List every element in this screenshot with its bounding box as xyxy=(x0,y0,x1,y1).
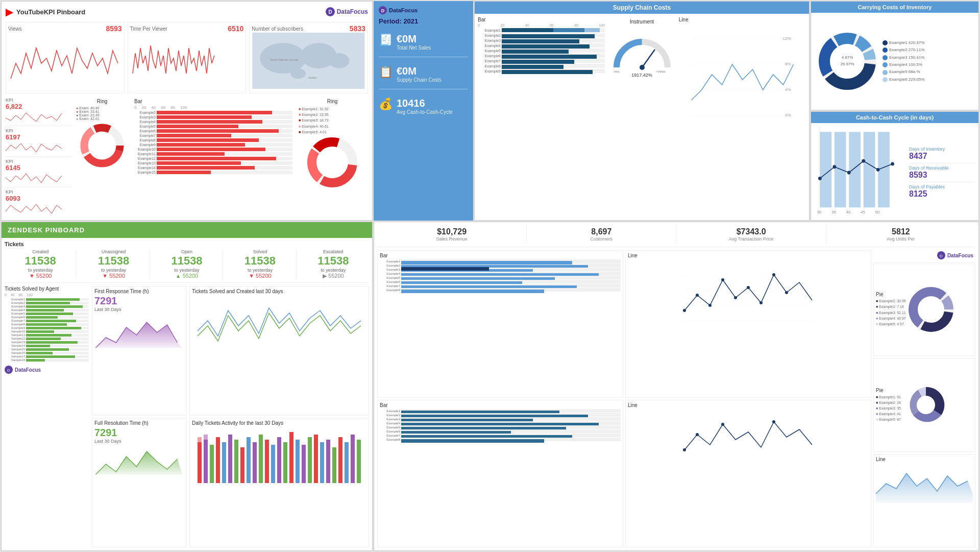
full-resolution-chart xyxy=(94,444,184,485)
ra-bar-1: Bar Example1 Example2 Example3 Example4 … xyxy=(377,250,623,398)
ra-pie-2: Pie ■ Example1: 91 ■ Example2: 24 ■ Exam… xyxy=(873,358,975,451)
svg-point-49 xyxy=(876,168,880,172)
kpi-item-2: KPI 6197 xyxy=(6,127,72,157)
svg-point-91 xyxy=(683,309,686,312)
svg-point-97 xyxy=(760,301,763,304)
customers-value: 8,697 xyxy=(529,227,674,236)
ra-charts-grid: Bar Example1 Example2 Example3 Example4 … xyxy=(377,250,975,547)
zendesk-board: ZENDESK PINBOARD Tickets Created 11538 t… xyxy=(1,222,373,551)
carrying-costs-legend: Example1 420.37% Example2 270.11% Exampl… xyxy=(883,39,924,83)
ticket-solved-sub2: ▼ 55200 xyxy=(226,273,293,279)
days-receivable-label: Days of Receivable xyxy=(909,165,975,171)
df-metric-2: 📋 €0M Supply Chain Costs xyxy=(379,65,468,89)
ticket-open-label: Open xyxy=(153,249,220,254)
svg-rect-41 xyxy=(835,132,846,207)
svg-point-6 xyxy=(291,68,306,79)
df-bottom-logo: D xyxy=(5,366,13,374)
full-resolution-section: Full Resolution Time (h) 7291 Last 30 Da… xyxy=(92,418,186,547)
days-inventory-label: Days of Inventory xyxy=(909,147,975,152)
svg-rect-66 xyxy=(234,440,238,483)
ticket-created-sub2: ▼ 55200 xyxy=(7,273,74,279)
ring-label: Ring xyxy=(97,99,108,104)
customers-label: Customers xyxy=(529,236,674,242)
datafocus-logo-icon: D xyxy=(326,7,335,16)
svg-rect-77 xyxy=(302,445,306,483)
svg-point-99 xyxy=(785,291,788,294)
sc-bar-section: Bar 020406080100 Example1 Example2 Examp… xyxy=(478,17,605,217)
kpi-item-3: KPI 6145 xyxy=(6,158,72,187)
svg-rect-76 xyxy=(296,440,300,483)
kpi-sparkline-2 xyxy=(6,141,62,155)
df-logo-label: DataFocus xyxy=(389,7,418,13)
svg-point-101 xyxy=(696,433,699,436)
svg-text:D: D xyxy=(381,8,385,13)
ticket-col-unassigned: Unassigned 11538 to yesterday ▼ 55200 xyxy=(78,249,150,279)
ticket-open-sub: to yesterday xyxy=(153,268,220,273)
full-resolution-sub: Last 30 Days xyxy=(94,439,184,444)
activity-section: Tickets Solved and Created last 30 days … xyxy=(189,286,369,547)
bar-items: // Will be rendered inline Example2 Exam… xyxy=(134,111,292,175)
ra-bar-1-items: Example1 Example2 Example3 Example4 Exam… xyxy=(380,259,621,292)
ring-chart-2: Ring ■ Example1: 31.52 ■ Example2: 23.95… xyxy=(297,97,368,214)
svg-text:100%: 100% xyxy=(656,70,666,73)
svg-rect-40 xyxy=(820,132,831,207)
gauge-chart: 0% 100% xyxy=(611,27,673,73)
svg-point-98 xyxy=(772,273,775,276)
svg-text:0%: 0% xyxy=(614,70,619,73)
ra-line-chart-3 xyxy=(876,463,973,504)
svg-text:30: 30 xyxy=(817,210,822,214)
svg-text:12%: 12% xyxy=(782,36,791,41)
ticket-col-escalated: Escalated 11538 to yesterday ▶ 55200 xyxy=(298,249,369,279)
c2c-metrics: Days of Inventory 8437 Days of Receivabl… xyxy=(909,126,975,219)
ticket-created-sub: to yesterday xyxy=(7,268,74,273)
sales-revenue-value: $10,729 xyxy=(379,227,524,236)
tickets-label: Tickets xyxy=(5,241,369,247)
time-per-viewer-label: Time Per Viewer xyxy=(130,26,167,32)
ticket-col-created: Created 11538 to yesterday ▼ 55200 xyxy=(5,249,77,279)
ticket-escalated-sub2: ▶ 55200 xyxy=(300,273,367,279)
full-resolution-title: Full Resolution Time (h) xyxy=(94,420,184,426)
bar-label: Bar xyxy=(134,99,292,104)
right-analytics-panel: $10,729 Sales Revenue 8,697 Customers $7… xyxy=(374,222,979,551)
ticket-col-solved: Solved 11538 to yesterday ▼ 55200 xyxy=(224,249,296,279)
solved-created-chart xyxy=(192,295,366,351)
svg-point-102 xyxy=(721,423,724,426)
ra-bar-2-items: Example1 Example2 Example3 Example4 Exam… xyxy=(380,409,621,441)
views-chart xyxy=(8,33,122,89)
sc-bars: Example1 Example2 Example3 Example4 Exam… xyxy=(478,28,605,73)
svg-rect-85 xyxy=(351,435,355,483)
df-metric-3: 💰 10416 Avg Cash-to-Cash-Cycle xyxy=(379,98,468,115)
sc-line-label: Line xyxy=(679,17,806,22)
views-label: Views xyxy=(8,26,22,32)
svg-rect-42 xyxy=(849,132,861,207)
ticket-created-value: 11538 xyxy=(7,254,74,268)
world-map: North Atlantic Ocean Indian xyxy=(252,33,365,89)
svg-text:50: 50 xyxy=(875,210,879,214)
svg-point-100 xyxy=(683,448,686,451)
ticket-unassigned-sub2: ▼ 55200 xyxy=(80,273,147,279)
pie-svg-1 xyxy=(908,286,954,332)
subscribers-kpi: Number of subscribers 5833 North Atlanti… xyxy=(249,22,368,93)
gauge-value: 1917.42% xyxy=(631,73,652,78)
ra-line-chart-2 xyxy=(628,409,869,475)
svg-text:35: 35 xyxy=(831,210,836,214)
kpi-item-1: KPI 6,822 xyxy=(6,97,72,126)
first-response-chart xyxy=(94,312,184,353)
svg-rect-84 xyxy=(345,442,349,483)
svg-point-45 xyxy=(818,177,822,180)
ticket-col-open: Open 11538 to yesterday ▲ 55200 xyxy=(151,249,223,279)
kpi-sparkline-3 xyxy=(6,172,62,186)
ra-sales-revenue: $10,729 Sales Revenue xyxy=(377,225,527,244)
ticket-unassigned-label: Unassigned xyxy=(80,249,147,254)
svg-rect-68 xyxy=(247,437,251,483)
svg-text:D: D xyxy=(7,368,10,373)
ra-line-1-label: Line xyxy=(628,253,869,258)
df-metric-2-label: Supply Chain Costs xyxy=(397,77,442,83)
kpi-item-2-label: KPI xyxy=(6,128,72,133)
datafocus-label: DataFocus xyxy=(337,8,368,15)
sc-line: Line 12% 8% 4% 0% xyxy=(679,17,806,217)
svg-point-110 xyxy=(917,396,935,414)
svg-text:45: 45 xyxy=(861,210,865,214)
zendesk-charts: Tickets Solved by Agent 04080100 Example… xyxy=(5,286,369,547)
svg-point-50 xyxy=(891,162,894,166)
